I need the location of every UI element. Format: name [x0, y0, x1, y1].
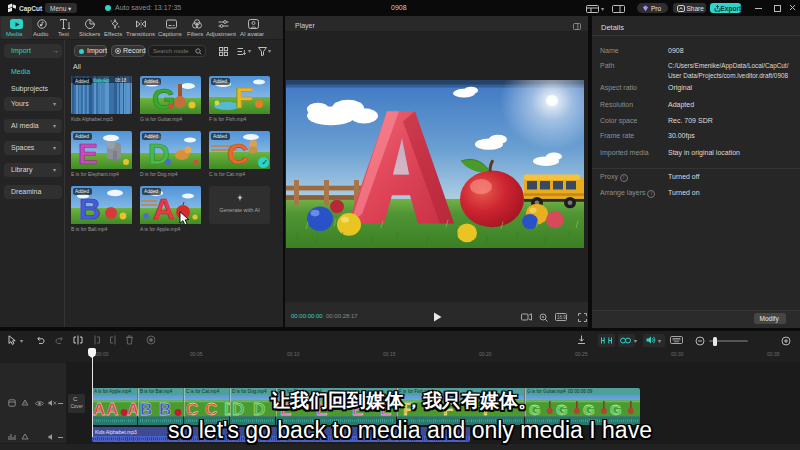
svg-text:G: G	[152, 82, 175, 114]
svg-text:E: E	[78, 137, 98, 169]
svg-text:F: F	[235, 81, 253, 114]
svg-text:08:18: 08:18	[115, 78, 127, 83]
svg-text:16:9: 16:9	[557, 315, 566, 320]
svg-text:A: A	[153, 192, 175, 224]
svg-text:B: B	[79, 192, 101, 224]
svg-text:C: C	[227, 137, 249, 169]
